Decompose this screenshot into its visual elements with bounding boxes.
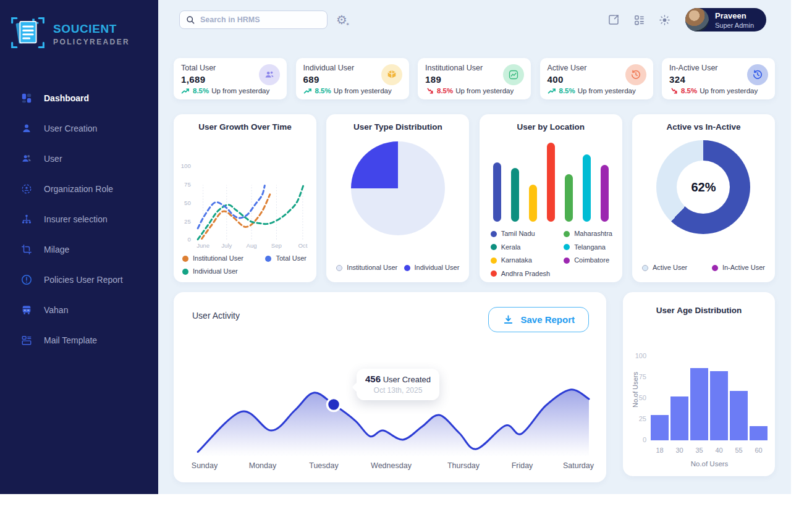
user-creation-icon [20, 123, 33, 134]
bar-kerala[interactable] [511, 168, 519, 222]
legend-dot [336, 265, 342, 271]
bar-karnataka[interactable] [529, 185, 537, 222]
histogram-bar[interactable] [709, 371, 729, 440]
user-location-bar-chart[interactable] [480, 143, 622, 222]
sidebar-item-label: Vahan [44, 305, 68, 315]
brightness-icon[interactable] [659, 14, 670, 26]
legend-item-telangana[interactable]: Telangana [564, 243, 612, 252]
user-growth-legend: Institutional UserIndividual UserTotal U… [182, 254, 307, 282]
bar-tamil-nadu[interactable] [493, 162, 501, 222]
stat-card-individual-user: Individual User6898.5%Up from yesterday [296, 58, 409, 99]
histogram-bar[interactable] [729, 391, 748, 440]
brand-name: SOUCIENT [53, 22, 130, 36]
trend-percent: 8.5% [559, 87, 575, 94]
user-age-histogram[interactable]: 1007550250183035405560No.of UsersNo.of U… [623, 292, 775, 476]
legend-item-maharashtra[interactable]: Maharashtra [564, 229, 612, 238]
bar-coimbatore[interactable] [601, 165, 609, 222]
user-type-card: User Type Distribution Institutional Use… [326, 114, 469, 282]
stat-trend: 8.5%Up from yesterday [669, 87, 768, 94]
legend-label: Active User [653, 263, 687, 272]
histogram-bar[interactable] [670, 396, 689, 440]
legend-dot [182, 269, 188, 275]
active-ratio-donut-chart[interactable]: 62% [656, 140, 750, 234]
chart-line-icon [503, 64, 524, 85]
user-name: Praveen [715, 11, 754, 20]
user-growth-chart[interactable]: JuneJulyAugSepOct1007550250 [174, 133, 316, 251]
card-title: Active vs In-Active [632, 122, 775, 132]
legend-dot [564, 258, 570, 264]
policies-user-report-icon [20, 274, 33, 285]
expand-icon[interactable] [607, 14, 620, 26]
legend-item-karnataka[interactable]: Karnataka [491, 256, 551, 265]
bar-telangana[interactable] [583, 154, 591, 222]
sidebar-item-mail-template[interactable]: Mail Template [0, 325, 158, 355]
legend-item-in-active-user[interactable]: In-Active User [712, 263, 765, 272]
sidebar-item-user-creation[interactable]: User Creation [0, 113, 158, 143]
sidebar-item-label: Mail Template [44, 335, 97, 345]
search-input[interactable] [200, 15, 321, 24]
sidebar-item-vahan[interactable]: Vahan [0, 295, 158, 325]
y-axis-label: No.of Users [632, 356, 639, 423]
bar-andhra-pradesh[interactable] [547, 143, 555, 222]
legend-item-active-user[interactable]: Active User [642, 263, 687, 272]
donut-center: 62% [677, 161, 730, 214]
histogram-bar[interactable] [749, 426, 768, 440]
activity-marker-dot[interactable] [328, 398, 340, 411]
x-tick-label: Friday [512, 461, 533, 470]
legend-item-coimbatore[interactable]: Coimbatore [564, 256, 612, 265]
legend-item-tamil-nadu[interactable]: Tamil Nadu [491, 229, 551, 238]
charts-row: User Growth Over Time JuneJulyAugSepOct1… [174, 114, 775, 282]
brand-subtitle: POLICYREADER [53, 38, 130, 46]
donut-center-value: 62% [691, 180, 716, 195]
legend-item-individual-user[interactable]: Individual User [182, 267, 243, 276]
x-tick-label: 35 [690, 447, 709, 454]
user-type-pie-chart[interactable] [351, 141, 445, 235]
card-title: User by Location [480, 122, 622, 132]
tooltip-text: 456 User Created [365, 374, 431, 384]
avatar [685, 8, 709, 31]
bar-maharashtra[interactable] [565, 174, 573, 222]
legend-label: Tamil Nadu [501, 229, 535, 238]
trend-note: Up from yesterday [211, 87, 269, 94]
legend-dot [491, 231, 497, 237]
y-tick-label: 100 [181, 162, 191, 169]
trend-down-icon [669, 88, 679, 94]
legend-item-total-user[interactable]: Total User [265, 254, 307, 263]
settings-gear-icon[interactable]: ⚙✶ [336, 14, 347, 26]
trend-percent: 8.5% [193, 87, 209, 94]
sidebar-item-insurer-selection[interactable]: Insurer selection [0, 204, 158, 234]
legend-item-kerala[interactable]: Kerala [491, 243, 551, 252]
x-tick-label: 18 [650, 447, 669, 454]
organization-role-icon [20, 183, 33, 195]
sidebar-item-milage[interactable]: Milage [0, 234, 158, 264]
y-tick-label: 25 [184, 218, 191, 225]
legend-dot [491, 244, 497, 250]
grid-icon[interactable] [633, 14, 645, 26]
histogram-bar[interactable] [690, 368, 709, 440]
histogram-bar[interactable] [650, 415, 669, 440]
sidebar-item-organization-role[interactable]: Organization Role [0, 174, 158, 204]
legend-dot [564, 244, 570, 250]
legend-item-andhra-pradesh[interactable]: Andhra Pradesh [491, 269, 551, 279]
trend-note: Up from yesterday [700, 87, 758, 94]
legend-label: In-Active User [722, 263, 765, 272]
legend-label: Maharashtra [574, 229, 612, 238]
search-box[interactable] [179, 10, 328, 29]
bottom-row: User Activity Save Report SundayMondayTu… [174, 292, 775, 482]
tooltip-date: Oct 13th, 2025 [365, 386, 431, 395]
trend-percent: 8.5% [681, 87, 697, 94]
legend-item-institutional-user[interactable]: Institutional User [182, 254, 243, 263]
legend-dot [642, 265, 648, 271]
history-icon [625, 64, 646, 85]
legend-label: Andhra Pradesh [501, 269, 551, 279]
legend-label: Karnataka [501, 256, 532, 265]
user-role: Super Admin [715, 22, 754, 29]
user-profile[interactable]: Praveen Super Admin [685, 8, 766, 31]
sidebar-item-dashboard[interactable]: Dashboard [0, 83, 158, 113]
sidebar-item-policies-user-report[interactable]: Policies User Report [0, 264, 158, 295]
legend-item-institutional-user[interactable]: Institutional User [336, 263, 397, 272]
sidebar-item-user[interactable]: User [0, 143, 158, 174]
trend-up-icon [548, 88, 557, 94]
legend-label: Telangana [574, 243, 606, 252]
legend-item-individual-user[interactable]: Individual User [404, 263, 460, 272]
